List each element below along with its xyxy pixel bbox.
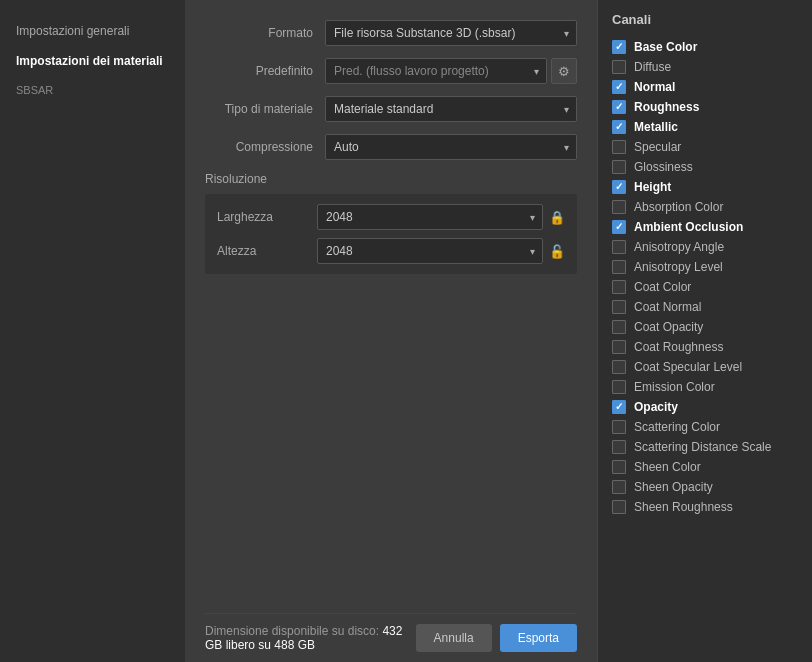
canali-item[interactable]: Emission Color: [608, 377, 802, 397]
canali-item-label: Anisotropy Level: [634, 260, 723, 274]
canali-checkbox[interactable]: [612, 300, 626, 314]
canali-item[interactable]: Sheen Roughness: [608, 497, 802, 517]
canali-item-label: Scattering Distance Scale: [634, 440, 771, 454]
canali-panel: Canali Base ColorDiffuseNormalRoughnessM…: [597, 0, 812, 662]
canali-item[interactable]: Coat Specular Level: [608, 357, 802, 377]
altezza-label: Altezza: [217, 244, 317, 258]
canali-item[interactable]: Anisotropy Angle: [608, 237, 802, 257]
canali-item[interactable]: Roughness: [608, 97, 802, 117]
canali-checkbox[interactable]: [612, 360, 626, 374]
canali-item[interactable]: Coat Color: [608, 277, 802, 297]
canali-item[interactable]: Opacity: [608, 397, 802, 417]
sidebar-item-label: Impostazioni generali: [16, 24, 129, 38]
canali-checkbox[interactable]: [612, 80, 626, 94]
canali-checkbox[interactable]: [612, 60, 626, 74]
footer: Dimensione disponibile su disco: 432 GB …: [205, 613, 577, 652]
canali-checkbox[interactable]: [612, 160, 626, 174]
canali-item[interactable]: Coat Opacity: [608, 317, 802, 337]
altezza-select[interactable]: 2048: [317, 238, 543, 264]
canali-item-label: Sheen Roughness: [634, 500, 733, 514]
canali-item[interactable]: Metallic: [608, 117, 802, 137]
canali-checkbox[interactable]: [612, 480, 626, 494]
canali-checkbox[interactable]: [612, 500, 626, 514]
annulla-button[interactable]: Annulla: [416, 624, 492, 652]
canali-item-label: Sheen Opacity: [634, 480, 713, 494]
canali-checkbox[interactable]: [612, 280, 626, 294]
canali-checkbox[interactable]: [612, 140, 626, 154]
canali-checkbox[interactable]: [612, 180, 626, 194]
larghezza-select-wrap: 2048 ▾: [317, 204, 543, 230]
altezza-row: Altezza 2048 ▾ 🔓: [217, 238, 565, 264]
canali-item[interactable]: Diffuse: [608, 57, 802, 77]
canali-item[interactable]: Scattering Color: [608, 417, 802, 437]
predefinito-select-wrapper: Pred. (flusso lavoro progetto) ▾: [325, 58, 547, 84]
lock-open-icon[interactable]: 🔓: [549, 244, 565, 259]
footer-buttons: Annulla Esporta: [416, 624, 577, 652]
canali-item-label: Absorption Color: [634, 200, 723, 214]
canali-item-label: Base Color: [634, 40, 697, 54]
canali-item-label: Sheen Color: [634, 460, 701, 474]
tipo-materiale-row: Tipo di materiale Materiale standard ▾: [205, 96, 577, 122]
esporta-button[interactable]: Esporta: [500, 624, 577, 652]
sidebar-item-label: Impostazioni dei materiali: [16, 54, 163, 68]
canali-checkbox[interactable]: [612, 120, 626, 134]
canali-item-label: Roughness: [634, 100, 699, 114]
canali-item-label: Opacity: [634, 400, 678, 414]
tipo-materiale-select[interactable]: Materiale standard: [325, 96, 577, 122]
canali-checkbox[interactable]: [612, 320, 626, 334]
canali-item[interactable]: Specular: [608, 137, 802, 157]
canali-item[interactable]: Anisotropy Level: [608, 257, 802, 277]
canali-checkbox[interactable]: [612, 100, 626, 114]
formato-label: Formato: [205, 26, 325, 40]
canali-item-label: Scattering Color: [634, 420, 720, 434]
risoluzione-inner: Larghezza 2048 ▾ 🔒 Altezza 2048: [205, 194, 577, 274]
canali-item[interactable]: Ambient Occlusion: [608, 217, 802, 237]
tipo-materiale-label: Tipo di materiale: [205, 102, 325, 116]
sidebar-item-impostazioni-materiali[interactable]: Impostazioni dei materiali: [0, 46, 185, 76]
canali-item[interactable]: Sheen Color: [608, 457, 802, 477]
canali-checkbox[interactable]: [612, 380, 626, 394]
canali-checkbox[interactable]: [612, 420, 626, 434]
canali-item[interactable]: Normal: [608, 77, 802, 97]
form-section: Formato File risorsa Substance 3D (.sbsa…: [205, 20, 577, 603]
sidebar-item-impostazioni-generali[interactable]: Impostazioni generali: [0, 16, 185, 46]
main-content: Formato File risorsa Substance 3D (.sbsa…: [185, 0, 597, 662]
canali-checkbox[interactable]: [612, 440, 626, 454]
canali-checkbox[interactable]: [612, 340, 626, 354]
sidebar-item-sbsar[interactable]: SBSAR: [0, 76, 185, 104]
canali-item-label: Coat Color: [634, 280, 691, 294]
formato-select[interactable]: File risorsa Substance 3D (.sbsar): [325, 20, 577, 46]
canali-checkbox[interactable]: [612, 220, 626, 234]
canali-item[interactable]: Absorption Color: [608, 197, 802, 217]
gear-icon: ⚙: [558, 64, 570, 79]
risoluzione-label: Risoluzione: [205, 172, 577, 186]
formato-select-wrapper: File risorsa Substance 3D (.sbsar) ▾: [325, 20, 577, 46]
canali-item-label: Emission Color: [634, 380, 715, 394]
canali-item-label: Coat Specular Level: [634, 360, 742, 374]
canali-item[interactable]: Coat Roughness: [608, 337, 802, 357]
canali-checkbox[interactable]: [612, 400, 626, 414]
disk-info-prefix: Dimensione disponibile su disco:: [205, 624, 379, 638]
canali-item[interactable]: Scattering Distance Scale: [608, 437, 802, 457]
canali-item-label: Metallic: [634, 120, 678, 134]
larghezza-label: Larghezza: [217, 210, 317, 224]
canali-item[interactable]: Glossiness: [608, 157, 802, 177]
gear-button[interactable]: ⚙: [551, 58, 577, 84]
canali-checkbox[interactable]: [612, 200, 626, 214]
compressione-row: Compressione Auto ▾: [205, 134, 577, 160]
predefinito-select[interactable]: Pred. (flusso lavoro progetto): [325, 58, 547, 84]
canali-item[interactable]: Coat Normal: [608, 297, 802, 317]
canali-checkbox[interactable]: [612, 240, 626, 254]
canali-item[interactable]: Base Color: [608, 37, 802, 57]
canali-item[interactable]: Height: [608, 177, 802, 197]
compressione-select-wrapper: Auto ▾: [325, 134, 577, 160]
canali-checkbox[interactable]: [612, 260, 626, 274]
compressione-select[interactable]: Auto: [325, 134, 577, 160]
larghezza-select[interactable]: 2048: [317, 204, 543, 230]
canali-checkbox[interactable]: [612, 460, 626, 474]
lock-icon[interactable]: 🔒: [549, 210, 565, 225]
canali-item-label: Coat Roughness: [634, 340, 723, 354]
canali-item-label: Specular: [634, 140, 681, 154]
canali-checkbox[interactable]: [612, 40, 626, 54]
canali-item[interactable]: Sheen Opacity: [608, 477, 802, 497]
